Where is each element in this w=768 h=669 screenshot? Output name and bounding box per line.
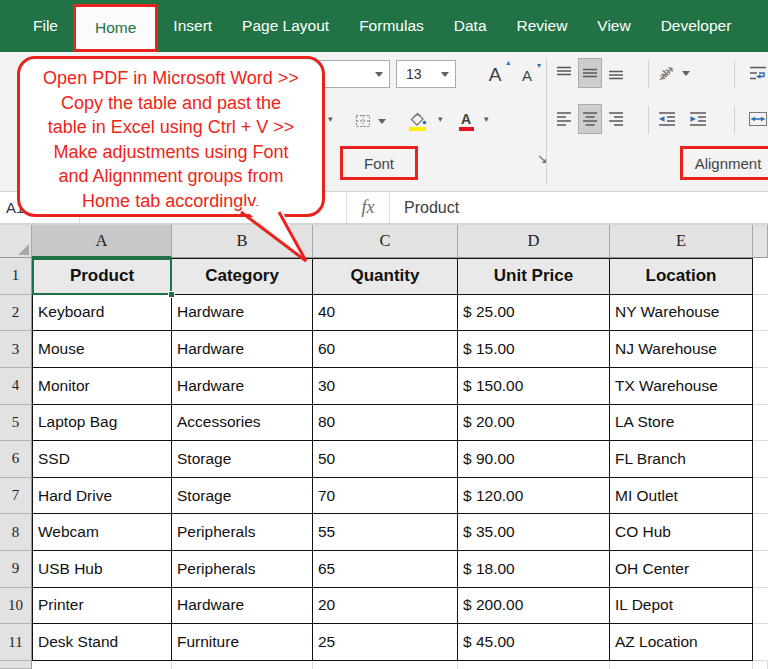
merge-center-button[interactable]: [741, 104, 768, 134]
row-header-11[interactable]: 11: [0, 624, 32, 661]
cell-B10[interactable]: Hardware: [172, 588, 313, 625]
chevron-down-icon[interactable]: ▾: [328, 114, 333, 124]
top-align-button[interactable]: [552, 58, 576, 88]
cell-D8[interactable]: $ 35.00: [458, 514, 610, 551]
cell-D1[interactable]: Unit Price: [458, 258, 610, 295]
cell-D11[interactable]: $ 45.00: [458, 624, 610, 661]
row-header-12[interactable]: [0, 661, 32, 669]
tab-review[interactable]: Review: [502, 0, 583, 52]
row-header-6[interactable]: 6: [0, 441, 32, 478]
row-header-7[interactable]: 7: [0, 478, 32, 515]
row-header-3[interactable]: 3: [0, 331, 32, 368]
cell-E3[interactable]: NJ Warehouse: [610, 331, 753, 368]
cell-B5[interactable]: Accessories: [172, 405, 313, 442]
cell-B6[interactable]: Storage: [172, 441, 313, 478]
cell-D2[interactable]: $ 25.00: [458, 295, 610, 332]
decrease-indent-button[interactable]: [654, 104, 680, 134]
cell-B7[interactable]: Storage: [172, 478, 313, 515]
tab-formulas[interactable]: Formulas: [344, 0, 439, 52]
middle-align-button[interactable]: [578, 58, 602, 88]
cell-B3[interactable]: Hardware: [172, 331, 313, 368]
cell-D6[interactable]: $ 90.00: [458, 441, 610, 478]
cell-F4[interactable]: [753, 368, 768, 405]
fill-color-button[interactable]: [400, 104, 434, 138]
tab-developer[interactable]: Developer: [646, 0, 747, 52]
cell-C7[interactable]: 70: [313, 478, 458, 515]
cell-D12[interactable]: [458, 661, 610, 669]
tab-data[interactable]: Data: [439, 0, 502, 52]
row-header-9[interactable]: 9: [0, 551, 32, 588]
cell-D10[interactable]: $ 200.00: [458, 588, 610, 625]
column-header-F[interactable]: [753, 225, 768, 258]
cell-B2[interactable]: Hardware: [172, 295, 313, 332]
cell-C11[interactable]: 25: [313, 624, 458, 661]
row-header-10[interactable]: 10: [0, 588, 32, 625]
cell-E7[interactable]: MI Outlet: [610, 478, 753, 515]
cell-F2[interactable]: [753, 295, 768, 332]
increase-indent-button[interactable]: [685, 104, 711, 134]
column-header-C[interactable]: C: [313, 225, 458, 258]
cell-C1[interactable]: Quantity: [313, 258, 458, 295]
cell-C10[interactable]: 20: [313, 588, 458, 625]
cell-A1-selected[interactable]: Product: [32, 258, 172, 295]
cell-C2[interactable]: 40: [313, 295, 458, 332]
cell-F9[interactable]: [753, 551, 768, 588]
cell-C8[interactable]: 55: [313, 514, 458, 551]
cell-B8[interactable]: Peripherals: [172, 514, 313, 551]
cell-C9[interactable]: 65: [313, 551, 458, 588]
cell-D4[interactable]: $ 150.00: [458, 368, 610, 405]
cell-F11[interactable]: [753, 624, 768, 661]
cell-C5[interactable]: 80: [313, 405, 458, 442]
cell-F10[interactable]: [753, 588, 768, 625]
cell-C3[interactable]: 60: [313, 331, 458, 368]
tab-file[interactable]: File: [18, 0, 73, 52]
cell-E5[interactable]: LA Store: [610, 405, 753, 442]
cell-B11[interactable]: Furniture: [172, 624, 313, 661]
cell-E12[interactable]: [610, 661, 753, 669]
cell-E2[interactable]: NY Warehouse: [610, 295, 753, 332]
cell-A11[interactable]: Desk Stand: [32, 624, 172, 661]
cell-F6[interactable]: [753, 441, 768, 478]
column-header-A[interactable]: A: [32, 225, 172, 258]
cell-F5[interactable]: [753, 405, 768, 442]
align-right-button[interactable]: [604, 104, 628, 134]
chevron-down-icon[interactable]: ▾: [438, 114, 443, 124]
cell-A4[interactable]: Monitor: [32, 368, 172, 405]
cell-E10[interactable]: IL Depot: [610, 588, 753, 625]
cell-E11[interactable]: AZ Location: [610, 624, 753, 661]
tab-page-layout[interactable]: Page Layout: [227, 0, 344, 52]
cell-F8[interactable]: [753, 514, 768, 551]
cell-E6[interactable]: FL Branch: [610, 441, 753, 478]
row-header-2[interactable]: 2: [0, 295, 32, 332]
cell-A7[interactable]: Hard Drive: [32, 478, 172, 515]
row-header-1[interactable]: 1: [0, 258, 32, 295]
align-left-button[interactable]: [552, 104, 576, 134]
cell-A2[interactable]: Keyboard: [32, 295, 172, 332]
font-color-button[interactable]: A: [452, 106, 480, 136]
row-header-5[interactable]: 5: [0, 405, 32, 442]
cell-E4[interactable]: TX Warehouse: [610, 368, 753, 405]
cell-A9[interactable]: USB Hub: [32, 551, 172, 588]
cell-B12[interactable]: [172, 661, 313, 669]
fill-handle[interactable]: [168, 291, 175, 298]
cell-D5[interactable]: $ 20.00: [458, 405, 610, 442]
cell-D7[interactable]: $ 120.00: [458, 478, 610, 515]
cell-A8[interactable]: Webcam: [32, 514, 172, 551]
select-all-corner[interactable]: [0, 225, 32, 258]
cell-E9[interactable]: OH Center: [610, 551, 753, 588]
cell-F12[interactable]: [753, 661, 768, 669]
cell-F7[interactable]: [753, 478, 768, 515]
cell-D9[interactable]: $ 18.00: [458, 551, 610, 588]
cell-A12[interactable]: [32, 661, 172, 669]
column-header-D[interactable]: D: [458, 225, 610, 258]
cell-A10[interactable]: Printer: [32, 588, 172, 625]
bottom-align-button[interactable]: [604, 58, 628, 88]
cell-A5[interactable]: Laptop Bag: [32, 405, 172, 442]
tab-view[interactable]: View: [582, 0, 645, 52]
tab-home[interactable]: Home: [73, 4, 158, 52]
cell-A6[interactable]: SSD: [32, 441, 172, 478]
orientation-button[interactable]: ab: [656, 58, 696, 88]
cell-C12[interactable]: [313, 661, 458, 669]
row-header-8[interactable]: 8: [0, 514, 32, 551]
row-header-4[interactable]: 4: [0, 368, 32, 405]
